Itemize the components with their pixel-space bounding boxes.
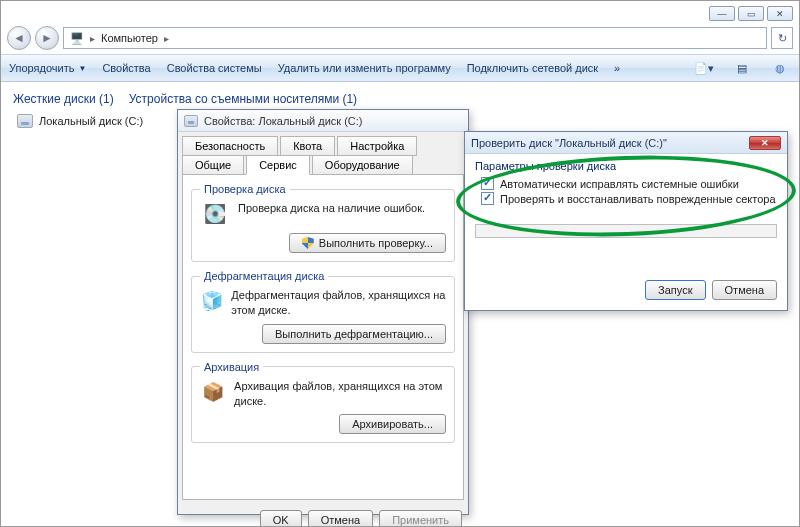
window-close-button[interactable]: ✕ — [767, 6, 793, 21]
check-start-button[interactable]: Запуск — [645, 280, 705, 300]
uac-shield-icon — [302, 237, 314, 249]
group-backup: Архивация 📦 Архивация файлов, хранящихся… — [191, 361, 455, 444]
properties-cancel-button[interactable]: Отмена — [308, 510, 373, 527]
check-progress-bar — [475, 224, 777, 238]
group-defrag-text: Дефрагментация файлов, хранящихся на это… — [231, 288, 446, 318]
group-check-text: Проверка диска на наличие ошибок. — [238, 201, 425, 216]
button-defrag-now[interactable]: Выполнить дефрагментацию... — [262, 324, 446, 344]
properties-ok-button[interactable]: OK — [260, 510, 302, 527]
preview-pane-button[interactable]: ▤ — [731, 59, 753, 77]
check-disk-dialog: Проверить диск "Локальный диск (C:)" ✕ П… — [464, 131, 788, 311]
help-button[interactable]: ◍ — [769, 59, 791, 77]
checkbox-icon-checked — [481, 177, 494, 190]
check-disk-close-button[interactable]: ✕ — [749, 136, 781, 150]
group-backup-text: Архивация файлов, хранящихся на этом дис… — [234, 379, 446, 409]
check-disk-titlebar[interactable]: Проверить диск "Локальный диск (C:)" ✕ — [465, 132, 787, 154]
hard-drive-icon — [17, 114, 33, 128]
properties-dialog-title[interactable]: Свойства: Локальный диск (C:) — [178, 110, 468, 132]
toolbar-properties[interactable]: Свойства — [102, 62, 150, 74]
defrag-icon: 🧊 — [200, 288, 223, 314]
checkbox-icon-checked — [481, 192, 494, 205]
toolbar-system-properties[interactable]: Свойства системы — [167, 62, 262, 74]
window-maximize-button[interactable]: ▭ — [738, 6, 764, 21]
check-cancel-button[interactable]: Отмена — [712, 280, 777, 300]
group-defrag: Дефрагментация диска 🧊 Дефрагментация фа… — [191, 270, 455, 353]
tab-security[interactable]: Безопасность — [182, 136, 278, 156]
tab-tools[interactable]: Сервис — [246, 155, 310, 175]
group-backup-legend: Архивация — [200, 361, 263, 373]
refresh-button[interactable]: ↻ — [771, 27, 793, 49]
checkbox-scan-sectors[interactable]: Проверять и восстанавливать поврежденные… — [481, 192, 777, 205]
window-minimize-button[interactable]: — — [709, 6, 735, 21]
toolbar-map-network-drive[interactable]: Подключить сетевой диск — [467, 62, 598, 74]
chevron-right-icon: ▸ — [90, 33, 95, 44]
tab-customize[interactable]: Настройка — [337, 136, 417, 156]
toolbar-overflow[interactable]: » — [614, 62, 620, 74]
computer-icon: 🖥️ — [70, 32, 84, 45]
properties-dialog: Свойства: Локальный диск (C:) Безопаснос… — [177, 109, 469, 515]
group-header-removable[interactable]: Устройства со съемными носителями (1) — [129, 92, 357, 106]
group-header-hdd[interactable]: Жесткие диски (1) — [13, 92, 114, 106]
group-check-disk: Проверка диска 💽 Проверка диска на налич… — [191, 183, 455, 262]
address-bar[interactable]: 🖥️ ▸ Компьютер ▸ — [63, 27, 767, 49]
tab-strip-row1: Безопасность Квота Настройка — [178, 132, 468, 155]
nav-back-button[interactable]: ◄ — [7, 26, 31, 50]
toolbar-uninstall-program[interactable]: Удалить или изменить программу — [278, 62, 451, 74]
chevron-down-icon: ▼ — [78, 64, 86, 73]
check-disk-title: Проверить диск "Локальный диск (C:)" — [471, 137, 667, 149]
nav-forward-button[interactable]: ► — [35, 26, 59, 50]
button-backup-now[interactable]: Архивировать... — [339, 414, 446, 434]
tab-page-tools: Проверка диска 💽 Проверка диска на налич… — [182, 174, 464, 500]
group-defrag-legend: Дефрагментация диска — [200, 270, 328, 282]
breadcrumb-root[interactable]: Компьютер — [101, 32, 158, 44]
toolbar-organize[interactable]: Упорядочить▼ — [9, 62, 86, 74]
chevron-right-icon: ▸ — [164, 33, 169, 44]
disk-check-icon: 💽 — [200, 201, 230, 227]
checkbox-fix-errors[interactable]: Автоматически исправлять системные ошибк… — [481, 177, 777, 190]
tab-quota[interactable]: Квота — [280, 136, 335, 156]
check-params-label: Параметры проверки диска — [475, 160, 777, 172]
group-check-legend: Проверка диска — [200, 183, 290, 195]
tab-hardware[interactable]: Оборудование — [312, 155, 413, 175]
button-check-now[interactable]: Выполнить проверку... — [289, 233, 446, 253]
tab-strip-row2: Общие Сервис Оборудование — [178, 155, 468, 174]
tab-general[interactable]: Общие — [182, 155, 244, 175]
view-mode-button[interactable]: 📄▾ — [693, 59, 715, 77]
properties-apply-button[interactable]: Применить — [379, 510, 462, 527]
backup-icon: 📦 — [200, 379, 226, 405]
drive-label: Локальный диск (C:) — [39, 115, 143, 127]
hard-drive-icon — [184, 115, 198, 127]
